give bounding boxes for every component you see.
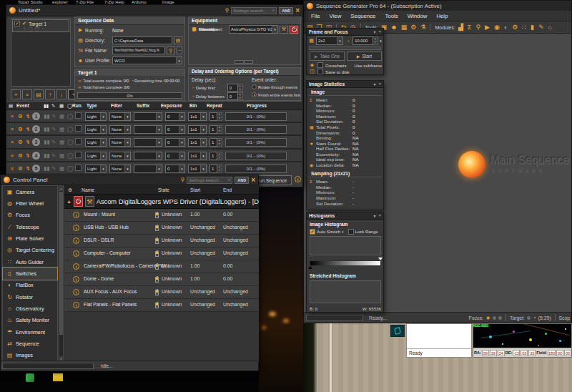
taskbar-icon-yellow[interactable] bbox=[53, 373, 63, 381]
spin-down-icon[interactable]: ▾ bbox=[238, 88, 242, 92]
crosshairs-checkbox[interactable] bbox=[317, 62, 323, 68]
target-list-item[interactable]: ✔ ✔ Target 1 ✎ ◯ ◯ ◔ bbox=[12, 19, 69, 32]
filename-key-button[interactable]: − bbox=[177, 46, 182, 54]
finish-events-radio[interactable] bbox=[252, 92, 257, 97]
driver-settings-button[interactable]: ⚒ bbox=[85, 196, 94, 207]
repeat-spinner[interactable]: 1▴▾ bbox=[209, 125, 222, 134]
collapse-icon[interactable]: ▾ bbox=[373, 29, 375, 34]
use-subframe-label[interactable]: Use subframe bbox=[355, 63, 383, 68]
run-checkbox[interactable] bbox=[75, 125, 82, 132]
delete-target-button[interactable]: × bbox=[22, 89, 32, 99]
delay-between-spinner[interactable]: 0▴▾ bbox=[227, 92, 243, 100]
auto-stretch-checkbox[interactable]: ✔ bbox=[310, 229, 315, 235]
filter-dropdown[interactable]: None▾ bbox=[109, 138, 131, 147]
switch-row[interactable]: i Camera/FW/Robofocus - Camera/FW/... Un… bbox=[64, 260, 259, 273]
sidebar-scrollbar[interactable]: ▴ ▾ bbox=[59, 185, 64, 362]
switch-row[interactable]: i Dome - Dome Unknown 1.00 0.00 bbox=[64, 273, 259, 286]
field-value-box[interactable]: 180 bbox=[548, 350, 556, 356]
menu-item[interactable]: File bbox=[311, 13, 320, 19]
gear-icon[interactable]: ⚙ bbox=[68, 187, 72, 193]
equipment-settings-button[interactable]: ⚒ bbox=[280, 26, 288, 34]
exposure-spinner[interactable]: 10.000▴▾ bbox=[352, 36, 378, 45]
sidebar-item[interactable]: ▯ Switches bbox=[3, 268, 57, 279]
info-icon[interactable]: i bbox=[295, 176, 301, 182]
type-dropdown[interactable]: Light▾ bbox=[85, 152, 107, 160]
switch-row[interactable]: i Flat Panels - Flat Panels Unknown Unch… bbox=[64, 299, 259, 312]
filename-field[interactable]: %tn\%dt\%tn,%te%02,%cg,% bbox=[112, 46, 165, 54]
toolbar-module-icon[interactable]: ▶ bbox=[485, 24, 490, 31]
sidebar-item[interactable]: ↻ Rotator bbox=[3, 291, 57, 303]
suffix-dropdown[interactable]: ▾ bbox=[134, 152, 162, 160]
type-dropdown[interactable]: Light▾ bbox=[85, 138, 107, 147]
exposure-dropdown[interactable]: 0▾ bbox=[165, 165, 185, 173]
toolbar-module-icon[interactable]: ▮ bbox=[531, 24, 534, 31]
copy-target-button[interactable]: ▤ bbox=[34, 89, 44, 99]
de-value-box[interactable]: 33 bbox=[528, 350, 536, 356]
filter-dropdown[interactable]: None▾ bbox=[109, 165, 131, 173]
menu-item[interactable]: Help bbox=[436, 13, 448, 19]
pause-event-icon[interactable]: ▮▮ bbox=[44, 165, 49, 172]
exposure-dropdown[interactable]: 0▾ bbox=[165, 125, 185, 134]
switch-row[interactable]: i Computer - Computer Unknown Unchanged … bbox=[64, 248, 259, 260]
directory-field[interactable]: C:\CaptureData bbox=[112, 36, 172, 44]
toolbar-tool-icon[interactable]: ⚙ bbox=[410, 24, 416, 31]
move-target-up-button[interactable]: ↑ bbox=[45, 89, 55, 99]
close-icon[interactable]: × bbox=[378, 29, 381, 34]
black-point-marker[interactable] bbox=[308, 266, 312, 269]
delay-first-spinner[interactable]: 0▴▾ bbox=[227, 84, 243, 92]
exposure-dropdown[interactable]: 0▾ bbox=[165, 152, 185, 160]
repeat-spinner[interactable]: 1▴▾ bbox=[209, 138, 222, 147]
sidebar-item[interactable]: ▤ Images bbox=[3, 350, 57, 361]
grid-icon[interactable]: ▦ bbox=[59, 103, 64, 109]
bin-dropdown[interactable]: 1x1▾ bbox=[188, 165, 207, 173]
sidebar-item[interactable]: ⌂ Observatory bbox=[3, 303, 57, 314]
exposure-dropdown[interactable]: 0▾ bbox=[165, 138, 185, 147]
toolbar-module-icon[interactable]: Σ bbox=[468, 24, 472, 31]
pause-event-icon[interactable]: ▮▮ bbox=[44, 125, 49, 133]
edit-event-icon[interactable]: ✎ bbox=[51, 125, 56, 133]
lock-range-checkbox[interactable] bbox=[348, 229, 354, 235]
exposure-dropdown[interactable]: 0▾ bbox=[165, 112, 185, 121]
spin-down-icon[interactable]: ▾ bbox=[217, 142, 222, 146]
event-settings-icon[interactable]: ⚙ bbox=[18, 152, 23, 160]
edit-event-icon[interactable]: ✎ bbox=[51, 112, 56, 120]
equipment-power-button[interactable] bbox=[290, 26, 298, 34]
toolbar-module-icon[interactable]: ∷ bbox=[522, 24, 526, 31]
run-checkbox[interactable] bbox=[75, 165, 82, 171]
spin-down-icon[interactable]: ▾ bbox=[217, 156, 222, 160]
delete-event-icon[interactable]: × bbox=[11, 125, 14, 133]
menu-item[interactable]: Tools bbox=[385, 13, 398, 19]
repeat-spinner[interactable]: 1▴▾ bbox=[209, 112, 222, 121]
bin-dropdown[interactable]: 1x1▾ bbox=[188, 112, 207, 121]
collapse-icon[interactable]: ▾ bbox=[373, 82, 375, 87]
filename-preview-button[interactable]: ⚲ bbox=[167, 46, 175, 54]
pause-event-icon[interactable]: ▮▮ bbox=[44, 138, 49, 146]
save-to-disk-checkbox[interactable] bbox=[317, 69, 323, 74]
frame-focus-titlebar[interactable]: Frame and Focus ▾× bbox=[307, 29, 383, 36]
run-checkbox[interactable] bbox=[75, 138, 82, 144]
event-settings-icon[interactable]: ⚙ bbox=[18, 165, 23, 172]
switch-row[interactable]: i USB Hub - USB Hub Unknown Unchanged Un… bbox=[64, 222, 259, 235]
sidebar-item[interactable]: ▣ Camera bbox=[3, 186, 57, 197]
pause-all-icon[interactable]: ▮▮ bbox=[44, 103, 49, 109]
spin-down-icon[interactable]: ▾ bbox=[238, 97, 242, 100]
delete-event-icon[interactable]: × bbox=[11, 112, 14, 120]
delete-event-icon[interactable]: × bbox=[11, 138, 14, 146]
toolbar-module-icon[interactable]: ⌂ bbox=[548, 24, 552, 31]
type-dropdown[interactable]: Light▾ bbox=[85, 125, 107, 134]
add-target-button[interactable]: + bbox=[11, 89, 21, 99]
edit-event-icon[interactable]: ✎ bbox=[51, 138, 56, 146]
equipment-collapse-button[interactable]: ▾ bbox=[235, 60, 253, 64]
search-and-toggle[interactable]: AND bbox=[279, 7, 293, 14]
switch-row[interactable]: i AUX Focus - AUX Focus Unknown Unchange… bbox=[64, 286, 259, 299]
sidebar-item[interactable]: ⇄ Sequence bbox=[3, 338, 57, 349]
toolbar-module-icon[interactable]: ◐ bbox=[504, 24, 508, 31]
pause-event-icon[interactable]: ▮▮ bbox=[44, 112, 49, 120]
ra-value-box[interactable]: 24 bbox=[498, 350, 505, 356]
scroll-up-icon[interactable]: ▴ bbox=[59, 186, 63, 191]
ra-value-box[interactable]: 19 bbox=[490, 350, 497, 356]
filter-dropdown[interactable]: None▾ bbox=[109, 125, 131, 134]
run-sequence-button[interactable]: un Sequence bbox=[255, 175, 292, 185]
edit-event-icon[interactable]: ✎ bbox=[51, 165, 56, 172]
toolbar-tool-icon[interactable]: ⚗ bbox=[420, 24, 425, 31]
